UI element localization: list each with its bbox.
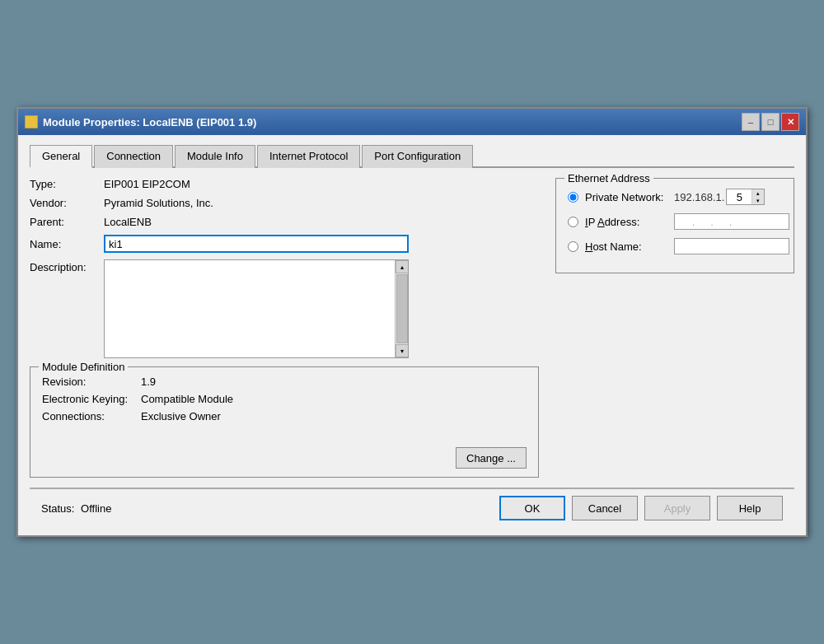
revision-row: Revision: 1.9 xyxy=(42,376,527,388)
status-label: Status: xyxy=(41,502,74,515)
module-definition-box: Module Definition Revision: 1.9 Electron… xyxy=(30,366,539,478)
type-value: EIP001 EIP2COM xyxy=(104,178,190,190)
tab-bar: General Connection Module Info Internet … xyxy=(30,143,794,168)
connections-row: Connections: Exclusive Owner xyxy=(42,410,527,422)
host-name-radio[interactable] xyxy=(568,241,578,252)
scroll-up-arrow[interactable]: ▴ xyxy=(396,260,409,273)
spinbox-arrows: ▴ ▾ xyxy=(751,189,764,204)
tab-port-configuration[interactable]: Port Configuration xyxy=(362,145,473,168)
name-row: Name: xyxy=(30,235,539,253)
parent-label: Parent: xyxy=(30,216,104,228)
window-title: Module Properties: LocalENB (EIP001 1.9) xyxy=(43,116,256,128)
connections-label: Connections: xyxy=(42,410,141,422)
host-name-label: Host Name: xyxy=(585,240,667,253)
cancel-button[interactable]: Cancel xyxy=(572,496,638,520)
private-network-row: Private Network: 192.168.1. ▴ ▾ xyxy=(568,189,782,205)
left-panel: Type: EIP001 EIP2COM Vendor: Pyramid Sol… xyxy=(30,178,539,478)
ip-address-radio[interactable] xyxy=(568,217,578,227)
private-network-radio[interactable] xyxy=(568,192,578,203)
spinbox-down-arrow[interactable]: ▾ xyxy=(752,197,764,204)
keying-row: Electronic Keying: Compatible Module xyxy=(42,393,527,405)
tab-general[interactable]: General xyxy=(30,145,92,168)
private-network-label: Private Network: xyxy=(585,191,667,203)
title-bar-buttons: – □ ✕ xyxy=(742,113,799,131)
name-input[interactable] xyxy=(104,235,409,253)
scroll-down-arrow[interactable]: ▾ xyxy=(396,344,409,357)
help-button[interactable]: Help xyxy=(717,496,783,520)
right-panel: Ethernet Address Private Network: 192.16… xyxy=(555,178,794,478)
keying-label: Electronic Keying: xyxy=(42,393,141,405)
description-row: Description: ▴ ▾ xyxy=(30,259,539,358)
tab-connection[interactable]: Connection xyxy=(94,145,173,168)
host-name-input[interactable] xyxy=(674,238,789,254)
module-definition-legend: Module Definition xyxy=(39,361,128,373)
ip-address-label: IP Address: xyxy=(585,216,667,228)
tab-internet-protocol[interactable]: Internet Protocol xyxy=(257,145,360,168)
private-network-value-input[interactable] xyxy=(727,191,751,203)
change-button-row: Change ... xyxy=(42,447,527,469)
ip-prefix: 192.168.1. xyxy=(674,191,724,203)
change-button[interactable]: Change ... xyxy=(456,447,527,469)
description-scrollbar[interactable]: ▴ ▾ xyxy=(395,260,408,357)
keying-value: Compatible Module xyxy=(141,393,233,405)
description-textarea-wrap: ▴ ▾ xyxy=(104,259,409,358)
vendor-value: Pyramid Solutions, Inc. xyxy=(104,197,213,209)
window-icon xyxy=(25,115,38,128)
spinbox-up-arrow[interactable]: ▴ xyxy=(752,189,764,197)
status-text: Status: Offline xyxy=(41,502,111,515)
close-button[interactable]: ✕ xyxy=(781,113,799,131)
vendor-label: Vendor: xyxy=(30,197,104,209)
window-body: General Connection Module Info Internet … xyxy=(18,135,806,535)
restore-button[interactable]: □ xyxy=(761,113,780,131)
type-row: Type: EIP001 EIP2COM xyxy=(30,178,539,190)
name-label: Name: xyxy=(30,238,104,250)
parent-value: LocalENB xyxy=(104,216,152,228)
description-label: Description: xyxy=(30,259,104,273)
ethernet-address-box: Ethernet Address Private Network: 192.16… xyxy=(555,178,794,273)
host-name-row: Host Name: xyxy=(568,238,782,254)
connections-value: Exclusive Owner xyxy=(141,410,221,422)
status-bar: Status: Offline OK Cancel Apply Help xyxy=(30,488,794,527)
bottom-buttons: OK Cancel Apply Help xyxy=(499,496,783,520)
scroll-thumb[interactable] xyxy=(396,274,408,343)
ethernet-legend: Ethernet Address xyxy=(564,172,653,184)
content-area: Type: EIP001 EIP2COM Vendor: Pyramid Sol… xyxy=(30,178,794,478)
tab-module-info[interactable]: Module Info xyxy=(175,145,255,168)
description-input[interactable] xyxy=(105,260,395,357)
private-network-field: 192.168.1. ▴ ▾ xyxy=(674,189,765,205)
title-bar-left: Module Properties: LocalENB (EIP001 1.9) xyxy=(25,115,256,128)
private-network-spinbox[interactable]: ▴ ▾ xyxy=(726,189,765,205)
apply-button[interactable]: Apply xyxy=(644,496,710,520)
ip-address-input[interactable] xyxy=(674,213,789,230)
main-window: Module Properties: LocalENB (EIP001 1.9)… xyxy=(16,107,808,537)
vendor-row: Vendor: Pyramid Solutions, Inc. xyxy=(30,197,539,209)
revision-value: 1.9 xyxy=(141,376,156,388)
minimize-button[interactable]: – xyxy=(742,113,760,131)
title-bar: Module Properties: LocalENB (EIP001 1.9)… xyxy=(18,109,806,135)
revision-label: Revision: xyxy=(42,376,141,388)
status-value: Offline xyxy=(81,502,111,515)
ok-button[interactable]: OK xyxy=(499,496,565,520)
parent-row: Parent: LocalENB xyxy=(30,216,539,228)
type-label: Type: xyxy=(30,178,104,190)
ip-address-row: IP Address: xyxy=(568,213,782,230)
